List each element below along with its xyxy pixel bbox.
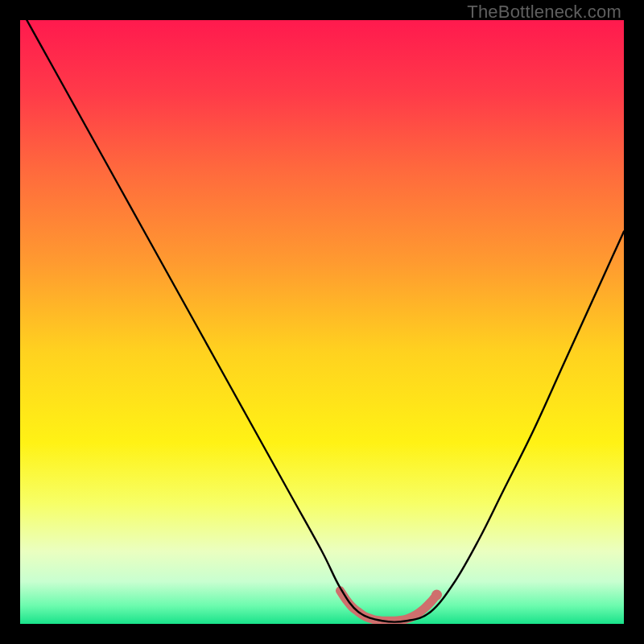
bottleneck-curve (20, 20, 624, 622)
chart-plot-area (20, 20, 624, 624)
chart-curves-layer (20, 20, 624, 624)
optimal-band-end-dot (431, 590, 442, 601)
watermark-label: TheBottleneck.com (467, 2, 621, 23)
